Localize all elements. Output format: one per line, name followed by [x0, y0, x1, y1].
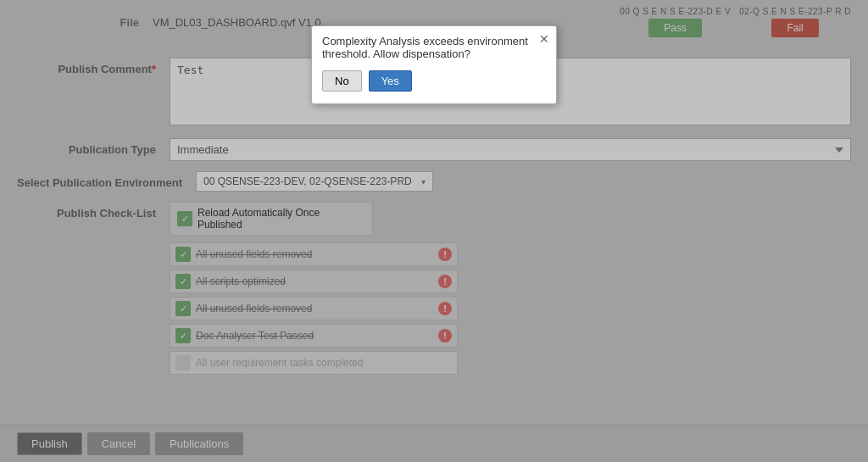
modal-close-button[interactable]: ✕	[539, 33, 549, 45]
modal-dialog: Complexity Analysis exceeds environment …	[311, 25, 557, 104]
modal-yes-button[interactable]: Yes	[369, 70, 412, 92]
modal-overlay: Complexity Analysis exceeds environment …	[0, 0, 868, 462]
modal-title: Complexity Analysis exceeds environment …	[322, 35, 546, 60]
main-content: File VM_DL03_DASHBOARD.qvf V1.0 00 Q S E…	[0, 0, 868, 462]
modal-header: Complexity Analysis exceeds environment …	[312, 26, 556, 65]
modal-no-button[interactable]: No	[322, 70, 362, 92]
modal-body: No Yes	[312, 65, 556, 103]
